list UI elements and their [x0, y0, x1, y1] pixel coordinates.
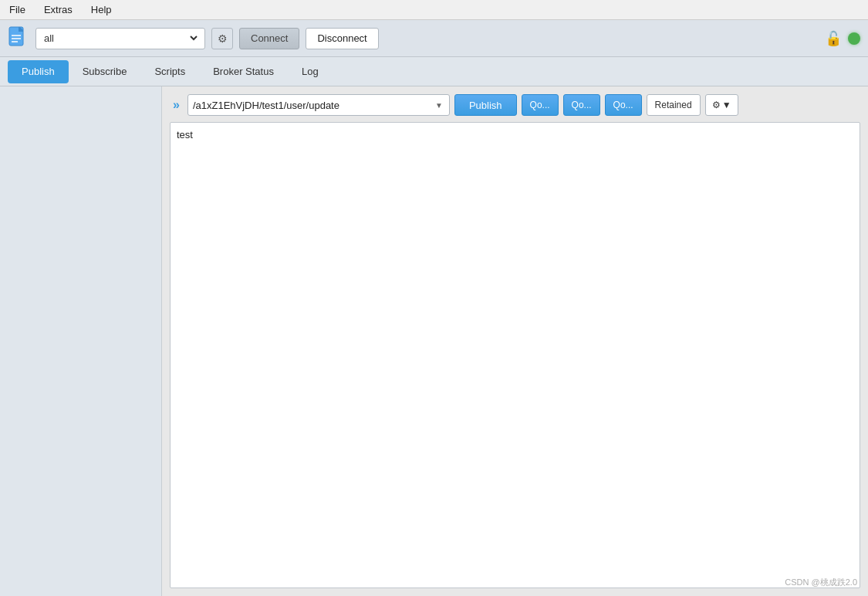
message-text: test: [177, 129, 193, 141]
publish-row: » ▼ Publish Qo... Qo... Qo... Retained ⚙…: [170, 94, 860, 116]
retained-button[interactable]: Retained: [647, 94, 701, 116]
expand-icon[interactable]: »: [170, 98, 183, 112]
topic-input[interactable]: [193, 100, 434, 111]
lock-icon[interactable]: 🔓: [825, 30, 842, 47]
right-panel: » ▼ Publish Qo... Qo... Qo... Retained ⚙…: [162, 86, 868, 596]
tab-scripts[interactable]: Scripts: [140, 60, 199, 83]
menu-extras[interactable]: Extras: [41, 2, 76, 17]
qos-button-1[interactable]: Qo...: [522, 94, 559, 116]
connect-button[interactable]: Connect: [239, 28, 299, 49]
tab-subscribe[interactable]: Subscribe: [69, 60, 141, 83]
footer-watermark: CSDN @桃成跌2.0: [785, 577, 857, 588]
menu-help[interactable]: Help: [88, 2, 115, 17]
disconnect-button[interactable]: Disconnect: [306, 28, 378, 49]
publish-settings-button[interactable]: ⚙ ▼: [705, 94, 738, 116]
sidebar: [0, 86, 162, 596]
connection-select-wrapper: all: [35, 28, 205, 49]
tabbar: Publish Subscribe Scripts Broker Status …: [0, 57, 868, 86]
publish-button[interactable]: Publish: [454, 94, 517, 116]
connection-select[interactable]: all: [41, 32, 200, 45]
topic-input-wrapper: ▼: [187, 94, 450, 116]
main-content: » ▼ Publish Qo... Qo... Qo... Retained ⚙…: [0, 86, 868, 596]
tab-log[interactable]: Log: [288, 60, 333, 83]
toolbar: all ⚙ Connect Disconnect 🔓: [0, 20, 868, 57]
gear-button[interactable]: ⚙: [211, 28, 233, 49]
topic-dropdown-button[interactable]: ▼: [434, 101, 444, 110]
settings-dropdown-icon: ▼: [722, 100, 731, 110]
connection-status-dot: [848, 32, 860, 45]
qos-button-2[interactable]: Qo...: [563, 94, 600, 116]
menu-file[interactable]: File: [6, 2, 29, 17]
tab-publish[interactable]: Publish: [8, 60, 69, 83]
settings-gear-icon: ⚙: [712, 100, 721, 110]
tab-broker-status[interactable]: Broker Status: [199, 60, 288, 83]
qos-button-3[interactable]: Qo...: [605, 94, 642, 116]
message-editor[interactable]: test: [170, 122, 860, 588]
menubar: File Extras Help: [0, 0, 868, 20]
new-file-icon[interactable]: [8, 26, 29, 51]
